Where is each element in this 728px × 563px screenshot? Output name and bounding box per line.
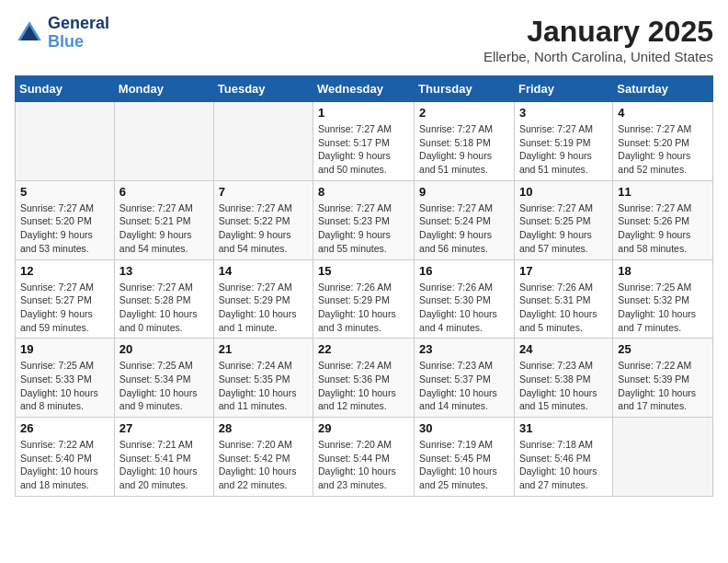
calendar-cell: 3Sunrise: 7:27 AM Sunset: 5:19 PM Daylig…	[514, 102, 612, 181]
day-number: 11	[618, 185, 708, 199]
calendar-cell: 29Sunrise: 7:20 AM Sunset: 5:44 PM Dayli…	[313, 418, 415, 497]
logo-icon	[15, 18, 44, 48]
calendar-cell: 13Sunrise: 7:27 AM Sunset: 5:28 PM Dayli…	[114, 259, 213, 339]
calendar-cell: 6Sunrise: 7:27 AM Sunset: 5:21 PM Daylig…	[114, 180, 213, 259]
weekday-header-saturday: Saturday	[613, 76, 713, 102]
calendar-cell: 12Sunrise: 7:27 AM Sunset: 5:27 PM Dayli…	[16, 259, 115, 339]
day-info: Sunrise: 7:22 AM Sunset: 5:40 PM Dayligh…	[20, 438, 109, 492]
day-info: Sunrise: 7:27 AM Sunset: 5:29 PM Dayligh…	[219, 281, 308, 335]
calendar-cell: 11Sunrise: 7:27 AM Sunset: 5:26 PM Dayli…	[613, 180, 713, 259]
logo-text: General Blue	[48, 15, 109, 52]
day-info: Sunrise: 7:25 AM Sunset: 5:33 PM Dayligh…	[20, 359, 109, 413]
day-number: 5	[20, 185, 109, 199]
weekday-header-monday: Monday	[114, 76, 213, 102]
calendar-cell: 18Sunrise: 7:25 AM Sunset: 5:32 PM Dayli…	[613, 259, 713, 339]
day-info: Sunrise: 7:27 AM Sunset: 5:20 PM Dayligh…	[618, 122, 708, 177]
calendar-cell	[213, 102, 313, 181]
calendar-cell: 1Sunrise: 7:27 AM Sunset: 5:17 PM Daylig…	[313, 102, 415, 181]
location: Ellerbe, North Carolina, United States	[483, 49, 713, 64]
day-info: Sunrise: 7:20 AM Sunset: 5:42 PM Dayligh…	[219, 438, 308, 492]
weekday-header-friday: Friday	[514, 76, 612, 102]
day-info: Sunrise: 7:25 AM Sunset: 5:32 PM Dayligh…	[618, 281, 708, 335]
day-info: Sunrise: 7:26 AM Sunset: 5:30 PM Dayligh…	[419, 281, 509, 335]
day-info: Sunrise: 7:23 AM Sunset: 5:38 PM Dayligh…	[519, 359, 608, 413]
calendar-cell: 17Sunrise: 7:26 AM Sunset: 5:31 PM Dayli…	[514, 259, 612, 339]
calendar-cell: 10Sunrise: 7:27 AM Sunset: 5:25 PM Dayli…	[514, 180, 612, 259]
calendar-cell: 2Sunrise: 7:27 AM Sunset: 5:18 PM Daylig…	[415, 102, 515, 181]
day-info: Sunrise: 7:27 AM Sunset: 5:27 PM Dayligh…	[20, 281, 109, 335]
weekday-header-wednesday: Wednesday	[313, 76, 415, 102]
day-info: Sunrise: 7:27 AM Sunset: 5:22 PM Dayligh…	[219, 201, 308, 256]
day-number: 28	[219, 421, 308, 435]
calendar-cell: 26Sunrise: 7:22 AM Sunset: 5:40 PM Dayli…	[16, 418, 115, 497]
day-number: 19	[20, 342, 109, 356]
calendar-cell: 22Sunrise: 7:24 AM Sunset: 5:36 PM Dayli…	[313, 339, 415, 418]
calendar-cell: 15Sunrise: 7:26 AM Sunset: 5:29 PM Dayli…	[313, 259, 415, 339]
calendar-cell: 21Sunrise: 7:24 AM Sunset: 5:35 PM Dayli…	[213, 339, 313, 418]
calendar-cell: 9Sunrise: 7:27 AM Sunset: 5:24 PM Daylig…	[415, 180, 515, 259]
day-info: Sunrise: 7:24 AM Sunset: 5:35 PM Dayligh…	[219, 359, 308, 413]
calendar-cell: 8Sunrise: 7:27 AM Sunset: 5:23 PM Daylig…	[313, 180, 415, 259]
day-info: Sunrise: 7:25 AM Sunset: 5:34 PM Dayligh…	[119, 359, 209, 413]
day-number: 23	[419, 342, 509, 356]
day-number: 20	[119, 342, 209, 356]
calendar-cell: 24Sunrise: 7:23 AM Sunset: 5:38 PM Dayli…	[514, 339, 612, 418]
day-number: 29	[318, 421, 409, 435]
weekday-header-row: SundayMondayTuesdayWednesdayThursdayFrid…	[16, 76, 713, 102]
day-number: 13	[119, 264, 209, 278]
day-info: Sunrise: 7:26 AM Sunset: 5:31 PM Dayligh…	[519, 281, 608, 335]
day-number: 22	[318, 342, 409, 356]
day-number: 31	[519, 421, 608, 435]
day-number: 14	[219, 264, 308, 278]
day-info: Sunrise: 7:21 AM Sunset: 5:41 PM Dayligh…	[119, 438, 209, 492]
day-info: Sunrise: 7:27 AM Sunset: 5:26 PM Dayligh…	[618, 201, 708, 256]
calendar-cell: 25Sunrise: 7:22 AM Sunset: 5:39 PM Dayli…	[613, 339, 713, 418]
day-info: Sunrise: 7:19 AM Sunset: 5:45 PM Dayligh…	[419, 438, 509, 492]
weekday-header-tuesday: Tuesday	[213, 76, 313, 102]
logo: General Blue	[15, 15, 109, 52]
calendar-cell: 16Sunrise: 7:26 AM Sunset: 5:30 PM Dayli…	[415, 259, 515, 339]
day-number: 24	[519, 342, 608, 356]
day-info: Sunrise: 7:22 AM Sunset: 5:39 PM Dayligh…	[618, 359, 708, 413]
weekday-header-thursday: Thursday	[415, 76, 515, 102]
calendar-cell: 31Sunrise: 7:18 AM Sunset: 5:46 PM Dayli…	[514, 418, 612, 497]
day-info: Sunrise: 7:27 AM Sunset: 5:24 PM Dayligh…	[419, 201, 509, 256]
calendar-cell: 28Sunrise: 7:20 AM Sunset: 5:42 PM Dayli…	[213, 418, 313, 497]
day-info: Sunrise: 7:23 AM Sunset: 5:37 PM Dayligh…	[419, 359, 509, 413]
day-number: 7	[219, 185, 308, 199]
day-number: 18	[618, 264, 708, 278]
day-number: 4	[618, 106, 708, 120]
day-number: 10	[519, 185, 608, 199]
day-info: Sunrise: 7:27 AM Sunset: 5:23 PM Dayligh…	[318, 201, 409, 256]
day-number: 17	[519, 264, 608, 278]
calendar-week-4: 19Sunrise: 7:25 AM Sunset: 5:33 PM Dayli…	[16, 339, 713, 418]
day-number: 6	[119, 185, 209, 199]
day-info: Sunrise: 7:18 AM Sunset: 5:46 PM Dayligh…	[519, 438, 608, 492]
title-block: January 2025 Ellerbe, North Carolina, Un…	[483, 15, 713, 64]
day-info: Sunrise: 7:20 AM Sunset: 5:44 PM Dayligh…	[318, 438, 409, 492]
calendar-cell: 20Sunrise: 7:25 AM Sunset: 5:34 PM Dayli…	[114, 339, 213, 418]
calendar-cell: 30Sunrise: 7:19 AM Sunset: 5:45 PM Dayli…	[415, 418, 515, 497]
weekday-header-sunday: Sunday	[16, 76, 115, 102]
day-info: Sunrise: 7:27 AM Sunset: 5:28 PM Dayligh…	[119, 281, 209, 335]
day-number: 27	[119, 421, 209, 435]
day-info: Sunrise: 7:26 AM Sunset: 5:29 PM Dayligh…	[318, 281, 409, 335]
calendar-cell: 19Sunrise: 7:25 AM Sunset: 5:33 PM Dayli…	[16, 339, 115, 418]
calendar-cell: 7Sunrise: 7:27 AM Sunset: 5:22 PM Daylig…	[213, 180, 313, 259]
day-number: 30	[419, 421, 509, 435]
day-info: Sunrise: 7:27 AM Sunset: 5:17 PM Dayligh…	[318, 122, 409, 177]
day-number: 15	[318, 264, 409, 278]
day-info: Sunrise: 7:27 AM Sunset: 5:18 PM Dayligh…	[419, 122, 509, 177]
calendar-week-1: 1Sunrise: 7:27 AM Sunset: 5:17 PM Daylig…	[16, 102, 713, 181]
day-number: 21	[219, 342, 308, 356]
day-number: 12	[20, 264, 109, 278]
calendar-week-2: 5Sunrise: 7:27 AM Sunset: 5:20 PM Daylig…	[16, 180, 713, 259]
calendar-cell	[16, 102, 115, 181]
calendar-table: SundayMondayTuesdayWednesdayThursdayFrid…	[15, 75, 713, 497]
calendar-cell	[613, 418, 713, 497]
calendar-week-3: 12Sunrise: 7:27 AM Sunset: 5:27 PM Dayli…	[16, 259, 713, 339]
day-info: Sunrise: 7:27 AM Sunset: 5:21 PM Dayligh…	[119, 201, 209, 256]
day-number: 9	[419, 185, 509, 199]
calendar-cell: 23Sunrise: 7:23 AM Sunset: 5:37 PM Dayli…	[415, 339, 515, 418]
day-number: 25	[618, 342, 708, 356]
